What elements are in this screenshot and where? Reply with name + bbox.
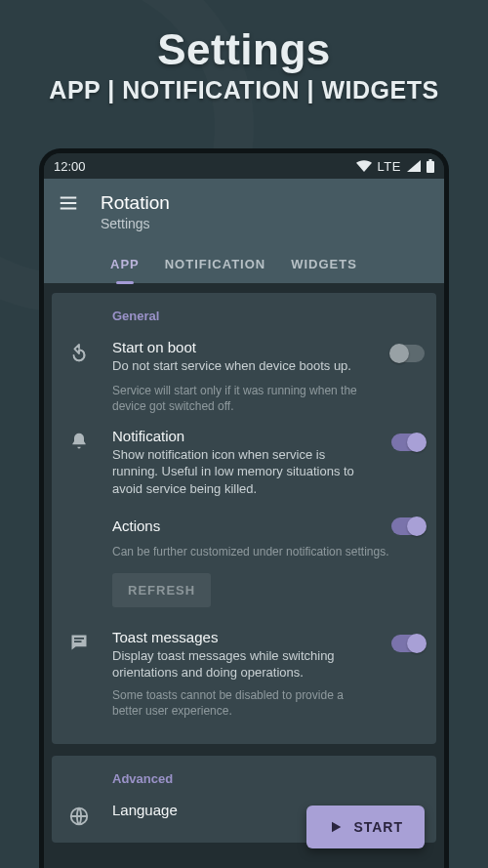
toggle-actions[interactable] bbox=[391, 517, 425, 535]
signal-icon bbox=[407, 160, 421, 172]
setting-desc: Display toast messages while switching o… bbox=[112, 647, 364, 682]
tabs: APP NOTIFICATION WIDGETS bbox=[58, 257, 430, 283]
svg-rect-0 bbox=[427, 161, 434, 173]
network-label: LTE bbox=[378, 159, 401, 174]
tab-app[interactable]: APP bbox=[110, 257, 140, 283]
bell-icon bbox=[63, 428, 95, 451]
status-bar: 12:00 LTE bbox=[44, 153, 444, 179]
status-time: 12:00 bbox=[54, 159, 86, 174]
globe-icon bbox=[63, 802, 95, 827]
setting-actions[interactable]: Actions bbox=[112, 517, 425, 536]
app-subtitle: Settings bbox=[101, 216, 170, 231]
setting-title: Toast messages bbox=[112, 629, 364, 645]
setting-title: Notification bbox=[112, 428, 364, 444]
setting-title: Start on boot bbox=[112, 339, 364, 355]
app-header: Rotation Settings APP NOTIFICATION WIDGE… bbox=[44, 179, 444, 283]
setting-desc: Do not start service when device boots u… bbox=[112, 357, 364, 375]
status-right: LTE bbox=[356, 159, 434, 174]
toggle-notification[interactable] bbox=[391, 434, 425, 451]
header-titles: Rotation Settings bbox=[101, 192, 170, 231]
setting-hint: Service will start only if it was runnin… bbox=[112, 383, 364, 414]
setting-title: Actions bbox=[112, 517, 368, 534]
svg-rect-1 bbox=[429, 159, 432, 161]
setting-hint: Some toasts cannot be disabled to provid… bbox=[112, 687, 364, 719]
tab-notification[interactable]: NOTIFICATION bbox=[165, 257, 265, 283]
start-button[interactable]: START bbox=[306, 806, 425, 848]
play-icon bbox=[328, 819, 344, 835]
menu-button[interactable] bbox=[58, 192, 79, 214]
wifi-icon bbox=[356, 160, 372, 172]
setting-toast[interactable]: Toast messages Display toast messages wh… bbox=[63, 629, 425, 719]
app-title: Rotation bbox=[101, 192, 170, 214]
setting-notification[interactable]: Notification Show notification icon when… bbox=[63, 428, 425, 498]
restore-icon bbox=[63, 339, 95, 364]
section-label-general: General bbox=[112, 309, 425, 323]
setting-desc: Show notification icon when service is r… bbox=[112, 446, 364, 498]
start-label: START bbox=[353, 819, 403, 835]
card-general: General Start on boot Do not start servi… bbox=[52, 293, 436, 744]
message-icon bbox=[63, 629, 95, 652]
battery-icon bbox=[427, 159, 434, 173]
section-label-advanced: Advanced bbox=[112, 771, 425, 786]
toggle-start-on-boot[interactable] bbox=[391, 345, 425, 362]
content-area: General Start on boot Do not start servi… bbox=[44, 283, 444, 861]
device-frame: 12:00 LTE Rotation Settings APP bbox=[39, 148, 449, 868]
refresh-button[interactable]: REFRESH bbox=[112, 573, 211, 607]
tab-widgets[interactable]: WIDGETS bbox=[291, 257, 357, 283]
toggle-toast[interactable] bbox=[391, 635, 425, 652]
setting-hint: Can be further customized under notifica… bbox=[112, 544, 425, 559]
setting-start-on-boot[interactable]: Start on boot Do not start service when … bbox=[63, 339, 425, 414]
